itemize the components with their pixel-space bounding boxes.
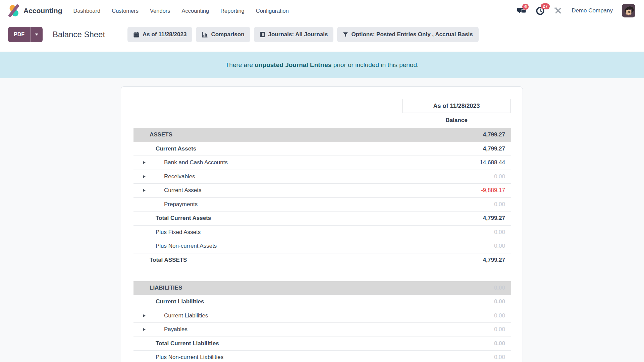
debug-tools-button[interactable] [554,6,562,15]
comparison-filter-label: Comparison [211,31,244,38]
report-card: As of 11/28/2023 Balance ASSETS4,799.27C… [121,86,523,362]
pdf-dropdown-toggle[interactable] [31,27,43,42]
navbar: Accounting Dashboard Customers Vendors A… [0,0,644,21]
menu-item-reporting[interactable]: Reporting [220,8,245,14]
table-row: Total Current Liabilities0.00 [133,337,511,351]
top-header: Accounting Dashboard Customers Vendors A… [0,0,644,52]
row-value: 4,799.27 [483,257,511,263]
pdf-split-button: PDF [8,27,43,42]
menu-item-dashboard[interactable]: Dashboard [73,8,101,14]
row-value: -9,889.17 [481,187,511,194]
options-filter-label: Options: Posted Entries Only , Accrual B… [351,31,473,38]
row-value: 0.00 [494,243,511,249]
table-row[interactable]: Current Liabilities0.00 [133,309,511,323]
calendar-icon [133,32,140,38]
tools-icon [554,6,562,15]
row-value: 0.00 [494,229,511,236]
table-spacer [133,267,511,281]
table-row: Current Assets4,799.27 [133,142,511,156]
page-title: Balance Sheet [53,30,105,39]
row-label: Current Assets [164,187,202,194]
company-switcher[interactable]: Demo Company [572,7,613,14]
column-header-date: As of 11/28/2023 [402,99,511,113]
options-filter-button[interactable]: Options: Posted Entries Only , Accrual B… [337,27,478,42]
comparison-filter-button[interactable]: Comparison [196,27,250,42]
filter-icon [343,32,348,38]
row-value: 0.00 [494,173,511,180]
row-value: 14,688.44 [480,159,511,166]
accounting-app-icon[interactable] [7,4,20,17]
alert-text-suffix: prior or included in this period. [331,61,419,68]
app-name[interactable]: Accounting [23,7,62,15]
row-value: 4,799.27 [483,145,511,152]
table-row: ASSETS4,799.27 [133,128,511,142]
row-label: Prepayments [164,201,198,208]
table-row: Total Current Assets4,799.27 [133,212,511,226]
main-menu: Dashboard Customers Vendors Accounting R… [73,8,289,14]
bar-chart-icon [202,32,208,38]
row-label: Plus Non-current Assets [156,243,217,249]
table-row[interactable]: Bank and Cash Accounts14,688.44 [133,156,511,170]
row-label: Bank and Cash Accounts [164,159,228,166]
row-label: ASSETS [150,131,172,138]
menu-item-accounting[interactable]: Accounting [182,8,209,14]
expand-caret-icon[interactable] [143,161,146,164]
row-value: 0.00 [494,201,511,208]
table-row[interactable]: Payables0.00 [133,323,511,337]
row-label: Plus Non-current Liabilities [156,354,223,361]
messages-button[interactable]: 6 [517,7,527,15]
row-label: Current Liabilities [164,312,208,319]
row-value: 0.00 [494,340,511,347]
messages-badge: 6 [522,4,529,10]
expand-caret-icon[interactable] [143,175,146,178]
activities-button[interactable]: 27 [536,6,545,15]
main-content: As of 11/28/2023 Balance ASSETS4,799.27C… [0,78,644,362]
row-value: 0.00 [494,312,511,319]
alert-text-prefix: There are [225,61,255,68]
row-label: Total ASSETS [150,257,187,263]
activities-badge: 27 [541,3,549,9]
row-value: 0.00 [494,326,511,333]
row-value: 0.00 [494,298,511,305]
expand-caret-icon[interactable] [143,189,146,192]
menu-item-vendors[interactable]: Vendors [150,8,170,14]
journals-filter-button[interactable]: Journals: All Journals [254,27,334,42]
row-label: Plus Fixed Assets [156,229,201,236]
row-value: 4,799.27 [483,131,511,138]
user-avatar[interactable] [622,4,635,17]
report-toolbar: PDF Balance Sheet As of 11/28/2023 [8,27,636,42]
column-subheader-balance: Balance [402,117,511,124]
table-row: Plus Non-current Liabilities0.00 [133,351,511,362]
row-label: Current Liabilities [156,298,204,305]
table-row: Current Liabilities0.00 [133,295,511,309]
expand-caret-icon[interactable] [143,314,146,317]
pdf-export-button[interactable]: PDF [8,27,31,42]
report-table: ASSETS4,799.27Current Assets4,799.27Bank… [133,128,511,362]
row-value: 0.00 [494,354,511,361]
table-row[interactable]: Current Assets-9,889.17 [133,184,511,198]
row-value: 4,799.27 [483,215,511,222]
row-label: Current Assets [156,145,196,152]
date-filter-button[interactable]: As of 11/28/2023 [127,27,192,42]
table-row[interactable]: Receivables0.00 [133,170,511,184]
row-label: Payables [164,326,187,333]
alert-unposted-link[interactable]: unposted Journal Entries [255,61,331,68]
filter-buttons: As of 11/28/2023 Comparison Journals: Al… [127,27,479,42]
table-row: LIABILITIES0.00 [133,281,511,295]
journals-filter-label: Journals: All Journals [268,31,328,38]
row-label: Total Current Assets [156,215,211,222]
menu-item-configuration[interactable]: Configuration [256,8,289,14]
table-row: Plus Fixed Assets0.00 [133,226,511,240]
menu-item-customers[interactable]: Customers [112,8,139,14]
unposted-entries-alert: There are unposted Journal Entries prior… [0,52,644,78]
row-label: LIABILITIES [150,285,182,291]
chevron-down-icon [35,34,38,36]
date-filter-label: As of 11/28/2023 [143,31,186,38]
table-row: Prepayments0.00 [133,198,511,212]
row-label: Receivables [164,173,195,180]
row-label: Total Current Liabilities [156,340,219,347]
table-row: Plus Non-current Assets0.00 [133,239,511,253]
journal-icon [260,32,265,38]
expand-caret-icon[interactable] [143,328,146,331]
table-row: Total ASSETS4,799.27 [133,253,511,267]
